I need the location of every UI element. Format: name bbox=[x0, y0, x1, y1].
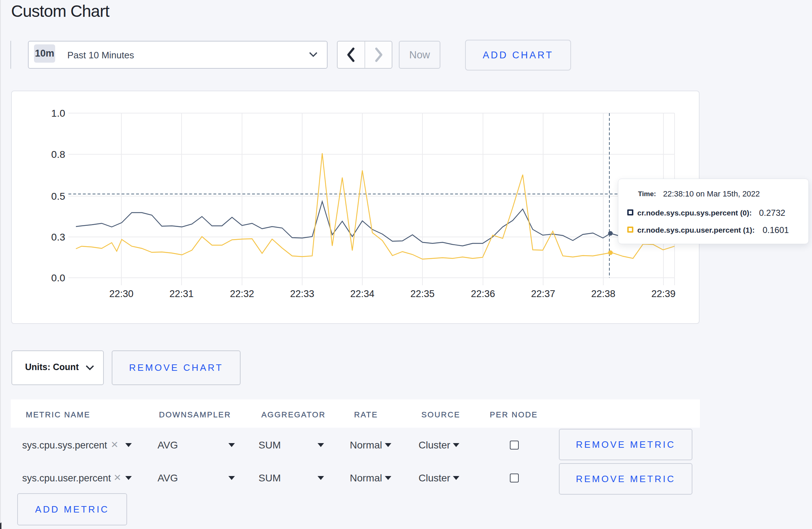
svg-text:1.0: 1.0 bbox=[51, 108, 65, 119]
svg-text:22:35: 22:35 bbox=[410, 288, 435, 299]
svg-text:22:34: 22:34 bbox=[350, 288, 374, 299]
svg-text:22:38: 22:38 bbox=[591, 288, 615, 299]
svg-text:0.8: 0.8 bbox=[51, 149, 65, 160]
svg-text:0.3: 0.3 bbox=[51, 232, 65, 243]
svg-text:22:37: 22:37 bbox=[531, 288, 555, 299]
svg-text:22:33: 22:33 bbox=[290, 288, 314, 299]
svg-text:22:36: 22:36 bbox=[471, 288, 495, 299]
svg-text:0.5: 0.5 bbox=[51, 191, 65, 202]
svg-text:22:31: 22:31 bbox=[169, 288, 194, 299]
svg-text:22:39: 22:39 bbox=[651, 288, 676, 299]
svg-text:22:32: 22:32 bbox=[230, 288, 254, 299]
svg-text:0.0: 0.0 bbox=[51, 272, 65, 283]
svg-text:22:30: 22:30 bbox=[109, 288, 134, 299]
